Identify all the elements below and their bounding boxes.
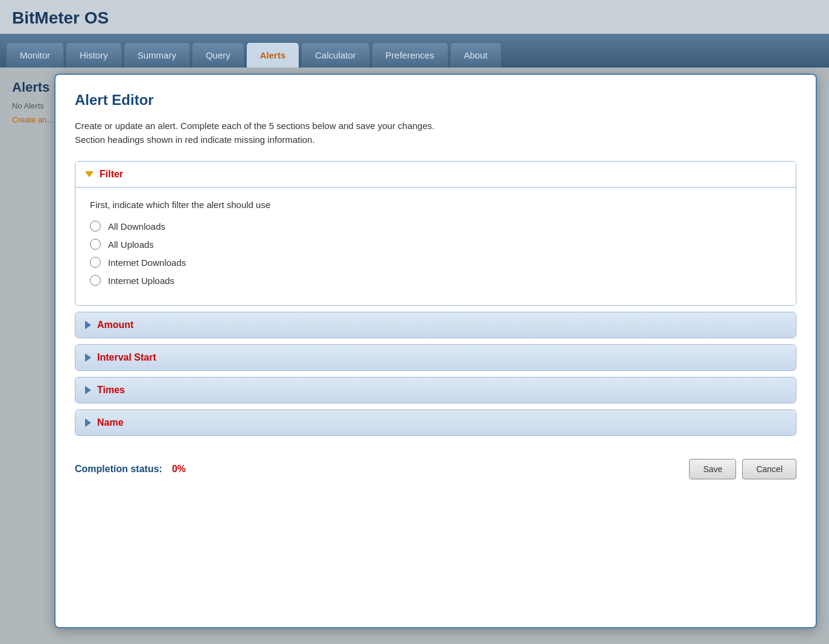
completion-label: Completion status: <box>75 464 162 475</box>
amount-section-title: Amount <box>97 320 133 330</box>
create-alert-link[interactable]: Create an... <box>12 115 53 124</box>
interval-start-section: Interval Start <box>75 344 796 371</box>
filter-section-header[interactable]: Filter <box>75 162 796 188</box>
nav-bar: Monitor History Summary Query Alerts Cal… <box>0 34 829 68</box>
amount-section: Amount <box>75 312 796 338</box>
filter-option-all-downloads[interactable]: All Downloads <box>90 221 781 232</box>
all-downloads-label: All Downloads <box>108 221 165 232</box>
modal-title: Alert Editor <box>75 92 796 109</box>
footer-buttons: Save Cancel <box>689 459 796 479</box>
times-section-header[interactable]: Times <box>75 377 796 403</box>
app-title: BitMeter OS <box>12 8 817 28</box>
alert-editor-modal: Alert Editor Create or update an alert. … <box>54 74 817 628</box>
cancel-button[interactable]: Cancel <box>742 459 796 479</box>
filter-section-title: Filter <box>100 169 123 180</box>
tab-alerts[interactable]: Alerts <box>246 42 300 68</box>
all-uploads-label: All Uploads <box>108 239 154 250</box>
name-section: Name <box>75 409 796 436</box>
times-section-title: Times <box>97 385 125 396</box>
interval-start-section-title: Interval Start <box>97 352 156 363</box>
radio-all-uploads[interactable] <box>90 239 101 250</box>
interval-start-arrow-icon <box>85 353 91 362</box>
filter-arrow-icon <box>85 171 94 177</box>
radio-internet-downloads[interactable] <box>90 257 101 268</box>
tab-calculator[interactable]: Calculator <box>301 42 370 68</box>
modal-desc-line1: Create or update an alert. Complete each… <box>75 121 434 131</box>
completion-value: 0% <box>172 464 186 475</box>
tab-preferences[interactable]: Preferences <box>372 42 448 68</box>
radio-all-downloads[interactable] <box>90 221 101 232</box>
name-section-header[interactable]: Name <box>75 410 796 435</box>
tab-summary[interactable]: Summary <box>124 42 190 68</box>
amount-arrow-icon <box>85 321 91 329</box>
times-section: Times <box>75 377 796 403</box>
name-arrow-icon <box>85 418 91 427</box>
modal-desc-line2: Section headings shown in red indicate m… <box>75 134 315 145</box>
amount-section-header[interactable]: Amount <box>75 312 796 338</box>
internet-downloads-label: Internet Downloads <box>108 257 186 268</box>
name-section-title: Name <box>97 417 124 428</box>
tab-history[interactable]: History <box>66 42 122 68</box>
internet-uploads-label: Internet Uploads <box>108 276 174 286</box>
tab-about[interactable]: About <box>450 42 501 68</box>
modal-footer: Completion status: 0% Save Cancel <box>75 453 796 479</box>
filter-description: First, indicate which filter the alert s… <box>90 200 781 210</box>
save-button[interactable]: Save <box>689 459 736 479</box>
filter-option-internet-downloads[interactable]: Internet Downloads <box>90 257 781 268</box>
times-arrow-icon <box>85 386 91 394</box>
filter-section-content: First, indicate which filter the alert s… <box>75 188 796 305</box>
radio-internet-uploads[interactable] <box>90 275 101 286</box>
tab-query[interactable]: Query <box>192 42 244 68</box>
filter-section: Filter First, indicate which filter the … <box>75 161 796 306</box>
filter-option-internet-uploads[interactable]: Internet Uploads <box>90 275 781 286</box>
modal-description: Create or update an alert. Complete each… <box>75 119 796 147</box>
tab-monitor[interactable]: Monitor <box>6 42 64 68</box>
filter-option-all-uploads[interactable]: All Uploads <box>90 239 781 250</box>
interval-start-section-header[interactable]: Interval Start <box>75 345 796 370</box>
app-header: BitMeter OS <box>0 0 829 34</box>
page-content: Alerts No Alerts Create an... Alert Edit… <box>0 68 829 644</box>
